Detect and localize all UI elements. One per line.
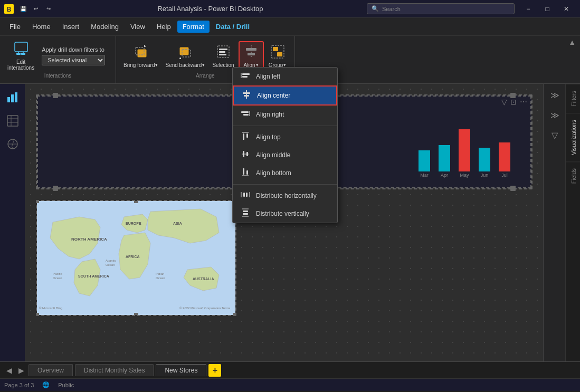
svg-text:© Microsoft Bing: © Microsoft Bing	[39, 307, 62, 310]
undo-button[interactable]: ↩	[31, 4, 41, 14]
bring-forward-label: Bring forward	[123, 62, 155, 68]
distribute-v-label: Distribute vertically	[256, 210, 309, 217]
align-center-label: Align center	[257, 92, 290, 99]
align-left-icon	[240, 71, 251, 82]
svg-rect-22	[11, 94, 14, 102]
menu-modeling[interactable]: Modeling	[85, 21, 124, 33]
menu-format[interactable]: Format	[177, 21, 210, 33]
map-widget[interactable]: This Year Sales by City and Chain ▽ ⊡ ⋯	[36, 200, 236, 316]
align-left-label: Align left	[256, 73, 280, 80]
search-bar[interactable]: 🔍 Search	[367, 3, 515, 14]
app-title: Retail Analysis - Power BI Desktop	[58, 5, 363, 13]
menu-view[interactable]: View	[125, 21, 150, 33]
vertical-tabs: Filters Visualizations Fields	[565, 84, 580, 361]
svg-rect-19	[273, 47, 278, 51]
group-button[interactable]: Group ▾	[265, 42, 290, 70]
edit-interactions-button[interactable]: Editinteractions	[4, 39, 37, 73]
svg-rect-13	[219, 51, 225, 53]
svg-text:Pacific: Pacific	[53, 272, 62, 275]
menu-home[interactable]: Home	[27, 21, 56, 33]
menu-data-drill[interactable]: Data / Drill	[211, 21, 255, 33]
tab-new-stores[interactable]: New Stores	[156, 364, 206, 376]
collapse-right-icon[interactable]: ≫	[546, 86, 564, 104]
svg-rect-51	[249, 111, 250, 116]
align-middle-item[interactable]: Align middle	[233, 146, 337, 164]
save-button[interactable]: 💾	[18, 4, 28, 14]
svg-text:SOUTH AMERICA: SOUTH AMERICA	[78, 274, 109, 278]
svg-rect-64	[249, 192, 250, 197]
selection-button[interactable]: Selection	[209, 42, 237, 70]
svg-rect-53	[243, 114, 249, 116]
selection-icon	[216, 44, 231, 61]
visual-select[interactable]: Selected visual	[42, 55, 105, 65]
svg-rect-69	[243, 211, 248, 212]
align-dropdown-menu: Align left Align center Align right Alig…	[232, 67, 338, 223]
page-status: Page 3 of 3	[4, 382, 34, 388]
svg-rect-7	[138, 50, 146, 57]
svg-text:NORTH AMERICA: NORTH AMERICA	[71, 237, 107, 242]
bar-label-mar: Mar	[420, 173, 429, 178]
tab-overview[interactable]: Overview	[28, 364, 73, 376]
svg-text:B: B	[7, 6, 12, 13]
group-icon	[270, 44, 285, 61]
distribute-v-icon	[240, 208, 251, 219]
maximize-button[interactable]: □	[538, 0, 557, 18]
svg-rect-55	[243, 133, 244, 140]
svg-text:Ocean: Ocean	[106, 263, 115, 266]
svg-rect-50	[244, 95, 249, 97]
next-page-button[interactable]: ▶	[16, 366, 26, 375]
align-top-item[interactable]: Align top	[233, 128, 337, 146]
window-controls: − □ ✕	[519, 0, 576, 18]
align-left-item[interactable]: Align left	[233, 68, 337, 85]
svg-rect-59	[246, 152, 248, 156]
align-button[interactable]: Align ▾	[239, 41, 264, 71]
bring-forward-button[interactable]: Bring forward ▾	[120, 42, 161, 70]
svg-rect-48	[246, 90, 247, 99]
send-backward-button[interactable]: Send backward ▾	[162, 42, 208, 70]
more-icon[interactable]: ⋯	[520, 98, 527, 106]
align-bottom-label: Align bottom	[256, 169, 291, 177]
align-center-item[interactable]: Align center	[233, 85, 337, 106]
distribute-horizontally-item[interactable]: Distribute horizontally	[233, 187, 337, 205]
add-page-button[interactable]: +	[208, 364, 221, 377]
svg-rect-67	[242, 208, 249, 209]
divider-2	[233, 184, 337, 185]
minimize-button[interactable]: −	[519, 0, 538, 18]
svg-rect-45	[241, 73, 242, 78]
filter-panel-icon[interactable]: ▽	[546, 126, 564, 144]
sidebar-icon-chart[interactable]	[3, 88, 22, 107]
svg-rect-16	[246, 48, 256, 51]
collapse-icon-2[interactable]: ≫	[546, 106, 564, 124]
menu-file[interactable]: File	[4, 21, 26, 33]
bar-label-jul: Jul	[501, 173, 508, 178]
align-top-icon	[240, 132, 251, 142]
menu-help[interactable]: Help	[151, 21, 176, 33]
svg-rect-61	[243, 168, 244, 175]
vtab-visualizations[interactable]: Visualizations	[566, 113, 580, 161]
svg-rect-9	[180, 47, 188, 55]
sidebar-icon-table[interactable]	[3, 111, 22, 130]
expand-icon[interactable]: ⊡	[510, 98, 517, 106]
svg-text:Indian: Indian	[156, 272, 164, 275]
close-button[interactable]: ✕	[557, 0, 576, 18]
ribbon-collapse-button[interactable]: ▲	[564, 36, 580, 83]
align-bottom-item[interactable]: Align bottom	[233, 164, 337, 182]
redo-button[interactable]: ↪	[43, 4, 54, 14]
app-icon: B	[4, 4, 14, 14]
prev-page-button[interactable]: ◀	[4, 366, 14, 375]
edit-interactions-label: Editinteractions	[7, 59, 34, 71]
distribute-vertically-item[interactable]: Distribute vertically	[233, 205, 337, 223]
sidebar-icon-map[interactable]	[3, 135, 22, 154]
tab-district-monthly[interactable]: District Monthly Sales	[75, 364, 154, 376]
align-right-label: Align right	[256, 111, 284, 118]
vtab-fields[interactable]: Fields	[566, 161, 580, 190]
vtab-filters[interactable]: Filters	[566, 84, 580, 113]
filter-icon[interactable]: ▽	[501, 98, 507, 106]
title-bar: B 💾 ↩ ↪ Retail Analysis - Power BI Deskt…	[0, 0, 580, 18]
menu-bar: File Home Insert Modeling View Help Form…	[0, 18, 580, 36]
menu-insert[interactable]: Insert	[57, 21, 85, 33]
align-right-item[interactable]: Align right	[233, 106, 337, 123]
bring-forward-chevron: ▾	[155, 62, 158, 68]
bring-forward-icon	[134, 44, 148, 61]
align-middle-icon	[240, 150, 251, 160]
